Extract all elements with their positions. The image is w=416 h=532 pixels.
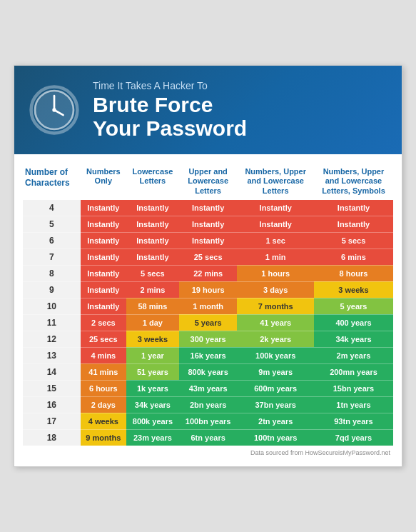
cell-c2: 58 mins <box>126 298 179 314</box>
cell-c1: 6 hours <box>81 380 126 396</box>
cell-c1: Instantly <box>81 249 126 265</box>
cell-c2: 800k years <box>126 413 179 429</box>
cell-chars: 11 <box>23 314 81 331</box>
table-row: 9Instantly2 mins19 hours3 days3 weeks <box>23 281 393 298</box>
cell-chars: 17 <box>23 413 81 429</box>
cell-c2: 1 day <box>126 314 179 331</box>
cell-c5: Instantly <box>314 216 393 232</box>
footer-note: Data sourced from HowSecureisMyPassword.… <box>23 446 393 461</box>
cell-chars: 6 <box>23 232 81 249</box>
cell-c2: Instantly <box>126 232 179 249</box>
cell-chars: 4 <box>23 200 81 216</box>
cell-c1: Instantly <box>81 265 126 281</box>
cell-c5: 6 mins <box>314 249 393 265</box>
cell-c1: 9 months <box>81 429 126 446</box>
cell-c5: 5 years <box>314 298 393 314</box>
cell-c1: 4 mins <box>81 347 126 363</box>
cell-c3: 100bn years <box>179 413 238 429</box>
cell-chars: 5 <box>23 216 81 232</box>
cell-c1: Instantly <box>81 216 126 232</box>
cell-c5: 3 weeks <box>314 281 393 298</box>
cell-c3: Instantly <box>179 216 238 232</box>
password-table: Number ofCharacters NumbersOnly Lowercas… <box>23 164 393 446</box>
cell-c1: 2 secs <box>81 314 126 331</box>
header: Time It Takes A Hacker To Brute Force Yo… <box>14 66 402 154</box>
cell-c4: 100k years <box>237 347 313 363</box>
header-subtitle: Time It Takes A Hacker To <box>93 80 247 91</box>
table-row: 10Instantly58 mins1 month7 months5 years <box>23 298 393 314</box>
cell-c2: Instantly <box>126 216 179 232</box>
cell-chars: 14 <box>23 363 81 380</box>
cell-chars: 10 <box>23 298 81 314</box>
cell-c2: 51 years <box>126 363 179 380</box>
cell-c2: Instantly <box>126 249 179 265</box>
main-card: Time It Takes A Hacker To Brute Force Yo… <box>14 65 402 467</box>
cell-c3: 1 month <box>179 298 238 314</box>
cell-c2: 1k years <box>126 380 179 396</box>
col-header-chars: Number ofCharacters <box>23 164 81 200</box>
cell-c5: 5 secs <box>314 232 393 249</box>
cell-c1: Instantly <box>81 298 126 314</box>
cell-c3: 25 secs <box>179 249 238 265</box>
cell-chars: 8 <box>23 265 81 281</box>
cell-c3: 16k years <box>179 347 238 363</box>
cell-c1: 4 weeks <box>81 413 126 429</box>
cell-c3: 5 years <box>179 314 238 331</box>
cell-c5: 7qd years <box>314 429 393 446</box>
table-header-row: Number ofCharacters NumbersOnly Lowercas… <box>23 164 393 200</box>
table-area: Number ofCharacters NumbersOnly Lowercas… <box>14 154 402 466</box>
table-row: 7InstantlyInstantly25 secs1 min6 mins <box>23 249 393 265</box>
table-row: 174 weeks800k years100bn years2tn years9… <box>23 413 393 429</box>
table-row: 6InstantlyInstantlyInstantly1 sec5 secs <box>23 232 393 249</box>
cell-c4: 7 months <box>237 298 313 314</box>
cell-c2: 2 mins <box>126 281 179 298</box>
cell-c5: Instantly <box>314 200 393 216</box>
cell-c4: 9m years <box>237 363 313 380</box>
cell-c1: Instantly <box>81 281 126 298</box>
cell-c5: 93tn years <box>314 413 393 429</box>
clock-icon <box>29 84 80 136</box>
cell-c3: 43m years <box>179 380 238 396</box>
cell-c2: 34k years <box>126 396 179 413</box>
cell-c4: Instantly <box>237 216 313 232</box>
cell-c5: 8 hours <box>314 265 393 281</box>
cell-c5: 1tn years <box>314 396 393 413</box>
cell-c4: 2tn years <box>237 413 313 429</box>
cell-c4: 1 hours <box>237 265 313 281</box>
cell-c3: Instantly <box>179 200 238 216</box>
cell-c4: 100tn years <box>237 429 313 446</box>
table-row: 134 mins1 year16k years100k years2m year… <box>23 347 393 363</box>
cell-chars: 12 <box>23 331 81 347</box>
cell-c2: 23m years <box>126 429 179 446</box>
cell-c1: 41 mins <box>81 363 126 380</box>
col-header-lowercase: LowercaseLetters <box>126 164 179 200</box>
cell-c3: Instantly <box>179 232 238 249</box>
col-header-numbers: NumbersOnly <box>81 164 126 200</box>
cell-c3: 22 mins <box>179 265 238 281</box>
header-text: Time It Takes A Hacker To Brute Force Yo… <box>93 80 247 140</box>
cell-c1: 25 secs <box>81 331 126 347</box>
cell-c2: 1 year <box>126 347 179 363</box>
cell-c3: 19 hours <box>179 281 238 298</box>
cell-c5: 2m years <box>314 347 393 363</box>
cell-c2: 3 weeks <box>126 331 179 347</box>
cell-c4: 3 days <box>237 281 313 298</box>
table-row: 5InstantlyInstantlyInstantlyInstantlyIns… <box>23 216 393 232</box>
cell-c4: 1 min <box>237 249 313 265</box>
cell-c4: Instantly <box>237 200 313 216</box>
cell-chars: 9 <box>23 281 81 298</box>
table-row: 189 months23m years6tn years100tn years7… <box>23 429 393 446</box>
cell-c4: 37bn years <box>237 396 313 413</box>
cell-chars: 13 <box>23 347 81 363</box>
cell-c5: 15bn years <box>314 380 393 396</box>
cell-c3: 300 years <box>179 331 238 347</box>
cell-c5: 400 years <box>314 314 393 331</box>
cell-c5: 200mn years <box>314 363 393 380</box>
cell-c3: 6tn years <box>179 429 238 446</box>
cell-chars: 18 <box>23 429 81 446</box>
cell-chars: 7 <box>23 249 81 265</box>
table-row: 156 hours1k years43m years600m years15bn… <box>23 380 393 396</box>
cell-c3: 800k years <box>179 363 238 380</box>
table-row: 4InstantlyInstantlyInstantlyInstantlyIns… <box>23 200 393 216</box>
cell-c4: 41 years <box>237 314 313 331</box>
